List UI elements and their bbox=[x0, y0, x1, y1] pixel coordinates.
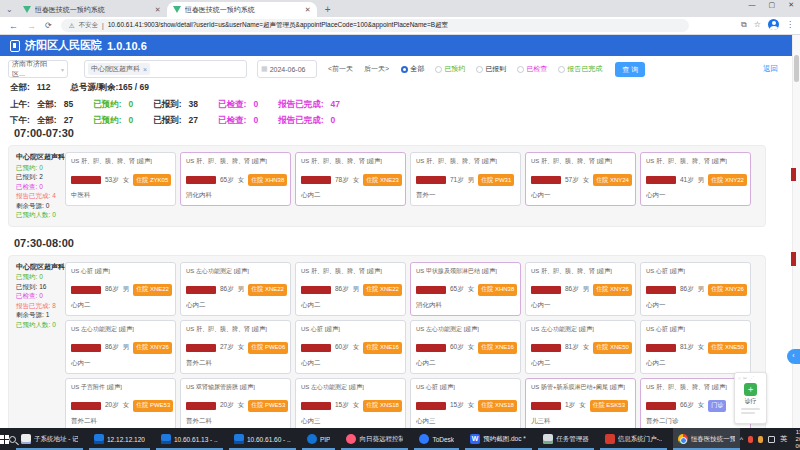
taskbar-item[interactable]: 向日葵远程控制 bbox=[341, 428, 408, 450]
taskbar-search-button[interactable] bbox=[9, 428, 16, 450]
floating-widget[interactable]: ○✂⋰ ＋ 诊疗 bbox=[734, 372, 767, 424]
taskbar-item[interactable]: 信息系统门户-... bbox=[600, 428, 667, 450]
profile-avatar[interactable] bbox=[768, 19, 779, 30]
taskbar-item[interactable]: W预约截图.doc * ... bbox=[465, 428, 532, 450]
schedule-content: 07:00-07:30 中心院区超声科 已预约: 0 已报到: 2 已检查: 0… bbox=[0, 124, 788, 428]
appointment-card[interactable]: US 肠管+肠系膜淋巴结+阑尾 [超声] 1岁 女 住院 ESK53 儿三科 bbox=[525, 378, 636, 429]
reload-icon[interactable]: ⟳ bbox=[45, 21, 52, 30]
radio-checkin[interactable]: 已报到 bbox=[476, 64, 506, 74]
patient-age: 57岁 bbox=[565, 176, 579, 185]
appointment-card[interactable]: US 左心功能测定 [超声] 15岁 女 住院 XNS18 心内三 bbox=[295, 378, 406, 429]
appointment-card[interactable]: US 心脏 [超声] 60岁 女 住院 XNE16 心内二 bbox=[295, 320, 406, 374]
browser-navbar: ← → ⟳ ⚠ 不安全 | 10.60.61.41:9003/show/deta… bbox=[0, 17, 800, 35]
appointment-card[interactable]: US 左心功能测定 [超声] 60岁 女 住院 XNE16 心内二 bbox=[410, 320, 521, 374]
radio-checked[interactable]: 已检查 bbox=[517, 64, 547, 74]
exam-title: US 肝、胆、胰、脾、肾 [超声] bbox=[416, 157, 515, 166]
taskbar-item-label: 恒春医技统一预... bbox=[691, 435, 735, 444]
appointment-card[interactable]: US 肝、胆、胰、脾、肾 [超声] 71岁 男 住院 PW31 普外一 bbox=[410, 152, 521, 206]
appointment-card[interactable]: US 肝、胆、胰、脾、肾 [超声] 86岁 男 住院 XNE22 心内二 bbox=[295, 262, 406, 316]
scrollbar-thumb[interactable] bbox=[794, 55, 799, 82]
tray-expand-icon[interactable]: ^ bbox=[740, 436, 743, 443]
patient-badge: 住院 PW31 bbox=[478, 174, 514, 186]
appointment-card[interactable]: US 肝、胆、胰、脾、肾 [超声] 27岁 女 住院 PWE06 普外二科 bbox=[180, 320, 291, 374]
section-sidebar: 中心院区超声科 已预约: 0 已报到: 16 已检查: 0 报告已完成: 8 剩… bbox=[9, 262, 65, 429]
taskbar-item[interactable]: 恒春医技统一预... bbox=[673, 428, 740, 450]
forward-icon[interactable]: → bbox=[27, 21, 36, 31]
sidebar-report: 报告已完成: 4 bbox=[16, 191, 65, 201]
page-scrollbar[interactable] bbox=[792, 35, 800, 428]
taskbar-item[interactable]: PIP bbox=[302, 428, 335, 450]
exam-title: US 双肾输尿管膀胱 [超声] bbox=[186, 383, 285, 392]
taskbar-item[interactable]: 12.12.12.120 bbox=[89, 428, 150, 450]
tag-remove-icon[interactable]: × bbox=[143, 66, 147, 73]
window-maximize-icon[interactable]: ▢ bbox=[769, 1, 776, 9]
appointment-card[interactable]: US 心脏 [超声] 15岁 女 住院 XNS18 心内三 bbox=[410, 378, 521, 429]
browser-tab-inactive[interactable]: 恒春医技统一预约系统 ✕ bbox=[17, 2, 167, 17]
panel-collapse-handle[interactable]: ‹ bbox=[787, 349, 800, 364]
taskbar-item[interactable]: 10.60.61.60 - ... bbox=[229, 428, 296, 450]
new-tab-button[interactable]: + bbox=[325, 4, 331, 15]
appointment-card[interactable]: US 甲状腺及颈部淋巴结 [超声] 65岁 女 住院 XHN38 消化内科 bbox=[410, 262, 521, 316]
appointment-card[interactable]: US 心脏 [超声] 86岁 男 住院 XNY26 心内一 bbox=[640, 262, 751, 316]
tab-close-icon[interactable]: ✕ bbox=[155, 6, 161, 14]
taskbar-clock[interactable]: 13:59 2024-06-06 bbox=[792, 429, 800, 450]
keyboard-icon[interactable] bbox=[768, 436, 775, 443]
clinic-app-icon[interactable]: ＋ bbox=[744, 383, 757, 396]
taskbar-item[interactable]: ToDesk bbox=[414, 428, 459, 450]
department-tag-input[interactable]: 中心院区超声科 × bbox=[84, 60, 247, 78]
back-link[interactable]: 返回 bbox=[763, 64, 778, 74]
patient-name-redacted bbox=[71, 176, 101, 184]
patient-gender: 女 bbox=[123, 401, 130, 410]
region-select[interactable]: 济南市济阳区... ▾ bbox=[8, 60, 68, 78]
patient-age: 86岁 bbox=[220, 285, 234, 294]
tab-close-icon[interactable]: ✕ bbox=[305, 6, 311, 14]
patient-badge: 住院 XNE50 bbox=[593, 342, 632, 354]
taskbar-item[interactable]: 任务管理器 bbox=[538, 428, 594, 450]
browser-tab-active[interactable]: 恒春医技统一预约系统 ✕ bbox=[167, 2, 317, 17]
back-icon[interactable]: ← bbox=[9, 21, 18, 31]
exam-title: US 心脏 [超声] bbox=[71, 267, 170, 276]
widget-pin-icons[interactable]: ○✂⋰ bbox=[738, 375, 763, 381]
patient-gender: 女 bbox=[123, 176, 130, 185]
appointment-card[interactable]: US 肝、胆、胰、脾、肾 [超声] 86岁 男 住院 XNY26 心内一 bbox=[525, 262, 636, 316]
appointment-card[interactable]: US 双肾输尿管膀胱 [超声] 20岁 女 住院 PWE53 普外二科 bbox=[180, 378, 291, 429]
window-minimize-icon[interactable]: — bbox=[749, 1, 756, 9]
start-button[interactable] bbox=[0, 428, 9, 450]
menu-dots-icon[interactable]: ⋮ bbox=[786, 20, 794, 29]
patient-dept: 普外二科 bbox=[186, 417, 285, 426]
radio-report-done[interactable]: 报告已完成 bbox=[558, 64, 602, 74]
appointment-card[interactable]: US 左心功能测定 [超声] 81岁 女 住院 XNE50 心内二 bbox=[525, 320, 636, 374]
appointment-card[interactable]: US 肝、胆、胰、脾、肾 [超声] 57岁 女 住院 XNY24 心内一 bbox=[525, 152, 636, 206]
appointment-card[interactable]: US 左心功能测定 [超声] 86岁 男 住院 XNE22 心内二 bbox=[180, 262, 291, 316]
appointment-card[interactable]: US 肝、胆、胰、脾、肾 [超声] 41岁 男 住院 XNY22 心内一 bbox=[640, 152, 751, 206]
appointment-card[interactable]: US 子宫附件 [超声] 20岁 女 住院 PWE53 普外二科 bbox=[65, 378, 176, 429]
tray-app-icon[interactable] bbox=[758, 436, 763, 443]
patient-gender: 女 bbox=[353, 176, 360, 185]
radio-booked[interactable]: 已预约 bbox=[435, 64, 465, 74]
taskbar-item[interactable]: 子系统地址 - 记... bbox=[16, 428, 83, 450]
appointment-card[interactable]: US 肝、胆、胰、脾、肾 [超声] 78岁 女 住院 XNE23 心内二 bbox=[295, 152, 406, 206]
system-tray: ^ 英 13:59 2024-06-06 bbox=[740, 428, 800, 450]
appointment-card[interactable]: US 心脏 [超声] 86岁 男 住院 XNE22 心内二 bbox=[65, 262, 176, 316]
appointment-card[interactable]: US 心脏 [超声] 81岁 女 住院 XNE50 心内二 bbox=[640, 320, 751, 374]
appointment-card[interactable]: US 肝、胆、胰、脾、肾 [超声] 53岁 女 住院 ZYK05 中医科 bbox=[65, 152, 176, 206]
am-checkin-value: 38 bbox=[189, 99, 198, 111]
taskbar-item[interactable]: 10.60.61.13 - ... bbox=[156, 428, 223, 450]
next-day-button[interactable]: 后一天> bbox=[364, 64, 389, 74]
appointment-card[interactable]: US 左心功能测定 [超声] 86岁 男 住院 XNY26 心内一 bbox=[65, 320, 176, 374]
search-button[interactable]: 查 询 bbox=[615, 62, 645, 77]
appointment-card[interactable]: US 肝、胆、胰、脾、肾 [超声] 65岁 女 住院 XHN38 消化内科 bbox=[180, 152, 291, 206]
radio-all[interactable]: 全部 bbox=[401, 64, 424, 74]
rdp-icon bbox=[94, 434, 104, 444]
date-input[interactable]: ▦ 2024-06-06 bbox=[257, 60, 317, 78]
patient-badge: 住院 XNS18 bbox=[478, 400, 517, 412]
prev-day-button[interactable]: <前一天 bbox=[328, 64, 353, 74]
input-language[interactable]: 英 bbox=[780, 434, 787, 444]
window-close-icon[interactable]: ✕ bbox=[788, 1, 794, 9]
bookmark-star-icon[interactable]: ☆ bbox=[754, 20, 761, 29]
tab-search-chevron-icon[interactable]: ⌄ bbox=[6, 5, 13, 14]
reading-list-icon[interactable]: ⧉ bbox=[741, 20, 747, 30]
security-label: 不安全 bbox=[79, 21, 99, 30]
address-bar[interactable]: ⚠ 不安全 | 10.60.61.41:9003/show/detail?use… bbox=[61, 19, 689, 32]
tray-app-icon[interactable] bbox=[748, 436, 753, 443]
